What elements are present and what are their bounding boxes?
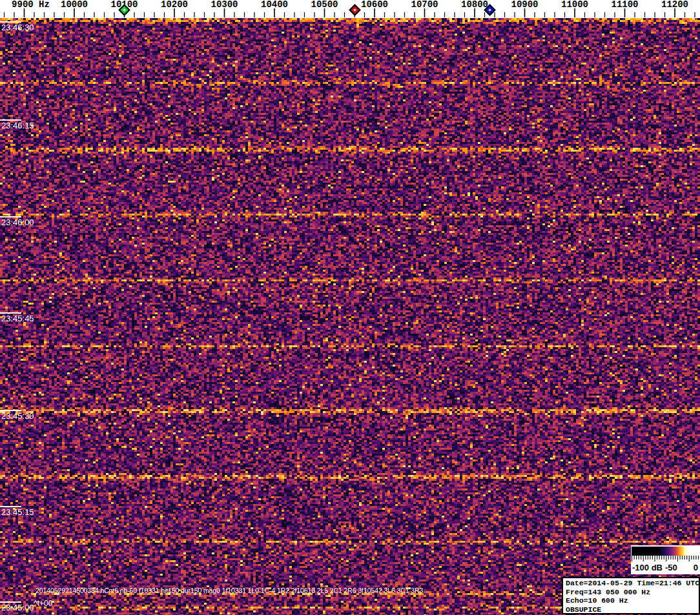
freq-axis-label: 10500 (311, 0, 338, 9)
colorbar-label-min: -100 dB (632, 563, 663, 573)
time-axis-label: 23:46:15 (1, 121, 34, 130)
colorbar-label-mid: -50 (665, 563, 677, 573)
frequency-axis: 9900 Hz100001010010200103001040010500106… (0, 0, 700, 18)
time-axis-label: 23:45:15 (1, 507, 34, 517)
marker-center-dot (353, 8, 356, 11)
freq-axis-label: 11100 (611, 0, 638, 9)
time-axis-label: 23:46:30 (1, 23, 34, 32)
colorbar-label-max: 0 (694, 563, 698, 573)
info-line-station: OBSUPICE (566, 605, 699, 614)
time-axis-label: 23:45:00 (1, 603, 34, 612)
time-axis-label: 23:45:30 (1, 411, 34, 421)
observation-info-box: Date=2014-05-29 Time=21:46 UTC Freq=143 … (562, 577, 700, 614)
freq-axis-label: 10300 (211, 0, 238, 9)
freq-axis-label: 9900 Hz (12, 0, 50, 9)
detection-info-text: 20140529214500384 hCnt6 nb-60 f10331 hit… (36, 587, 423, 594)
freq-axis-label: 10800 (461, 0, 488, 9)
info-line-echo: Echo=10 600 Hz (566, 596, 699, 605)
time-cursor-label: ^t+00 (34, 599, 52, 608)
colorbar: -100 dB -50 0 (631, 545, 700, 574)
freq-axis-label: 10000 (61, 0, 88, 9)
info-line-frequency: Freq=143 050 000 Hz (566, 588, 699, 597)
marker-center-dot (123, 8, 125, 11)
info-line-date-time: Date=2014-05-29 Time=21:46 UTC (566, 579, 699, 588)
freq-axis-label: 10900 (511, 0, 538, 9)
time-axis-label: 23:46:00 (1, 217, 34, 227)
freq-axis-label: 11200 (661, 0, 688, 9)
spectrogram-canvas (0, 18, 700, 615)
colorbar-gradient (632, 547, 700, 556)
freq-axis-label: 10700 (411, 0, 438, 9)
freq-axis-label: 10600 (361, 0, 388, 9)
marker-center-dot (488, 8, 491, 11)
time-axis-label: 23:45:45 (1, 314, 34, 323)
freq-axis-label: 10200 (161, 0, 188, 9)
freq-axis-label: 10400 (261, 0, 288, 9)
colorbar-ruler-ticks (631, 556, 700, 563)
freq-axis-label: 11000 (561, 0, 588, 9)
spectrogram-window: 9900 Hz100001010010200103001040010500106… (0, 0, 700, 615)
